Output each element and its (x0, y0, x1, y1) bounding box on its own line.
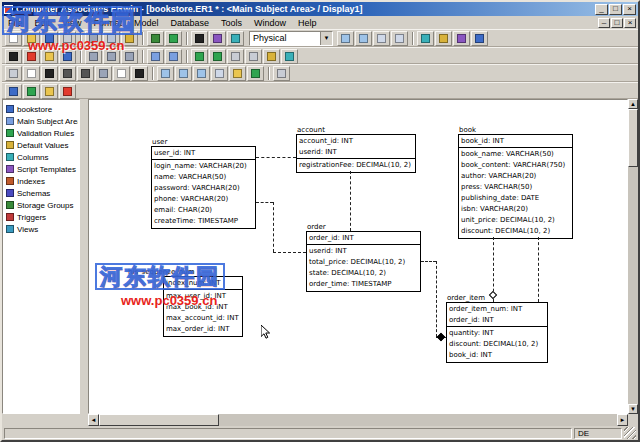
new-button[interactable] (5, 31, 22, 46)
menu-file[interactable]: File (2, 18, 29, 28)
print-button[interactable] (59, 31, 76, 46)
diagram-canvas[interactable]: 河东软件园 www.pc0359.cn useruser_id: INTlogi… (88, 99, 628, 414)
tree-item-script-templates[interactable]: Script Templates (4, 163, 78, 175)
copy-button[interactable] (103, 31, 120, 46)
relationship-line-order-user[interactable] (256, 202, 273, 203)
complete-compare-button[interactable] (227, 31, 244, 46)
grid-button[interactable] (227, 49, 244, 64)
ungroup-button[interactable] (209, 49, 226, 64)
report-button[interactable] (453, 31, 470, 46)
menu-help[interactable]: Help (292, 18, 323, 28)
fit-model-button[interactable] (391, 31, 408, 46)
menu-window[interactable]: Window (248, 18, 292, 28)
validation-browser-button[interactable] (59, 84, 76, 99)
entity-book[interactable]: bookbook_id: INTbook_name: VARCHAR(50)bo… (458, 134, 573, 239)
action-log-button[interactable] (435, 31, 452, 46)
entity-tool-button[interactable] (23, 66, 40, 81)
scroll-up-icon[interactable]: ▲ (628, 99, 638, 109)
select-tool-button[interactable] (5, 66, 22, 81)
relationship-line-order_item-order[interactable] (436, 261, 437, 337)
relationship-line-order_item-order[interactable] (421, 261, 436, 262)
menu-edit[interactable]: Edit (29, 18, 57, 28)
stored-display-button[interactable] (281, 49, 298, 64)
zoom-in-button[interactable] (337, 31, 354, 46)
identifying-relationship-tool-button[interactable] (59, 66, 76, 81)
zoom-area-tool-button[interactable] (193, 66, 210, 81)
tree-item-default-values[interactable]: Default Values (4, 139, 78, 151)
relationship-line-order-user[interactable] (273, 252, 306, 253)
relationship-line-order-user[interactable] (273, 202, 274, 252)
chevron-down-icon[interactable]: ▼ (320, 32, 332, 45)
zoom-out-tool-button[interactable] (175, 66, 192, 81)
resize-grip[interactable] (624, 427, 636, 439)
auto-layout-button[interactable] (263, 49, 280, 64)
text-color-button[interactable] (23, 49, 40, 64)
model-explorer-button[interactable] (417, 31, 434, 46)
open-button[interactable] (23, 31, 40, 46)
menu-tools[interactable]: Tools (215, 18, 248, 28)
minimize-button[interactable]: _ (595, 4, 608, 15)
rectangle-tool-button[interactable] (113, 66, 130, 81)
vertical-scroll-thumb[interactable] (628, 109, 638, 167)
relationship-tool-button[interactable] (41, 66, 58, 81)
tree-item-bookstore[interactable]: bookstore (4, 103, 78, 115)
group-button[interactable] (191, 49, 208, 64)
model-type-combo[interactable]: Physical▼ (249, 31, 333, 46)
horizontal-scrollbar[interactable]: ◄ ► (88, 414, 628, 426)
options-button[interactable] (273, 66, 290, 81)
help-button[interactable] (471, 31, 488, 46)
domain-browser-button[interactable] (23, 84, 40, 99)
tree-item-main-subject-area[interactable]: Main Subject Area (4, 115, 78, 127)
overview-window-button[interactable] (247, 66, 264, 81)
line-tool-button[interactable] (95, 66, 112, 81)
snap-to-grid-button[interactable] (245, 49, 262, 64)
pan-tool-button[interactable] (229, 66, 246, 81)
undo-button[interactable] (147, 31, 164, 46)
paste-button[interactable] (121, 31, 138, 46)
mdi-close-button[interactable]: × (624, 18, 636, 28)
font-button[interactable] (5, 49, 22, 64)
fill-color-button[interactable] (41, 49, 58, 64)
menu-format[interactable]: Format (87, 18, 128, 28)
scroll-right-icon[interactable]: ► (617, 414, 628, 426)
save-button[interactable] (41, 31, 58, 46)
tree-item-validation-rules[interactable]: Validation Rules (4, 127, 78, 139)
align-center-button[interactable] (103, 49, 120, 64)
tree-item-schemas[interactable]: Schemas (4, 187, 78, 199)
close-button[interactable]: × (623, 4, 636, 15)
model-explorer-toggle-button[interactable] (5, 84, 22, 99)
relationship-line-account-user[interactable] (256, 157, 296, 158)
mdi-minimize-button[interactable]: – (598, 18, 610, 28)
tree-item-columns[interactable]: Columns (4, 151, 78, 163)
send-to-back-button[interactable] (165, 49, 182, 64)
horizontal-scroll-thumb[interactable] (99, 414, 219, 426)
entity-order[interactable]: orderorder_id: INTuserid: INTtotal_price… (306, 231, 421, 292)
title-bar[interactable]: Computer Associates ERwin - [bookstore.E… (2, 2, 638, 16)
text-tool-button[interactable] (131, 66, 148, 81)
bring-to-front-button[interactable] (147, 49, 164, 64)
align-left-button[interactable] (85, 49, 102, 64)
report-browser-button[interactable] (209, 31, 226, 46)
spell-check-button[interactable] (191, 31, 208, 46)
zoom-100-button[interactable] (373, 31, 390, 46)
menu-model[interactable]: Model (128, 18, 165, 28)
panel-splitter[interactable] (80, 99, 88, 414)
scroll-left-icon[interactable]: ◄ (88, 414, 99, 426)
entity-user[interactable]: useruser_id: INTlogin_name: VARCHAR(20)n… (151, 146, 256, 229)
vertical-scrollbar[interactable]: ▲ ▼ (628, 99, 638, 414)
entity-his_sequence_num[interactable]: his_sequence_numindex_num: INTmax_user_i… (163, 276, 243, 337)
align-right-button[interactable] (121, 49, 138, 64)
many-to-many-tool-button[interactable] (77, 66, 94, 81)
tree-item-views[interactable]: Views (4, 223, 78, 235)
zoom-in-tool-button[interactable] (157, 66, 174, 81)
redo-button[interactable] (165, 31, 182, 46)
relationship-line-order_item-book[interactable] (538, 237, 539, 302)
mdi-restore-button[interactable]: □ (611, 18, 623, 28)
tree-item-indexes[interactable]: Indexes (4, 175, 78, 187)
fit-window-button[interactable] (211, 66, 228, 81)
cut-button[interactable] (85, 31, 102, 46)
relationship-line-order-account[interactable] (350, 171, 351, 231)
entity-order_item[interactable]: order_itemorder_item_num: INTorder_id: I… (446, 302, 548, 363)
maximize-button[interactable]: □ (609, 4, 622, 15)
model-explorer-panel[interactable]: bookstoreMain Subject AreaValidation Rul… (2, 99, 80, 414)
